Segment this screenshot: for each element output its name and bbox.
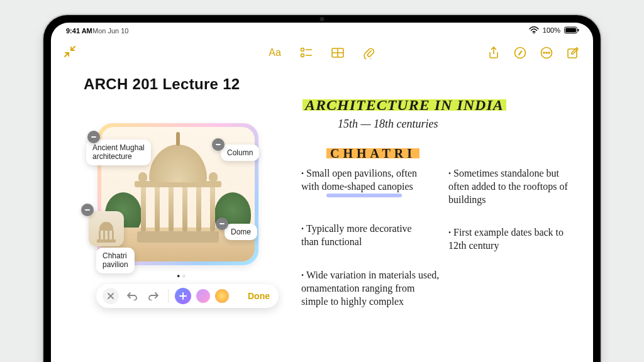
svg-point-0: [533, 33, 535, 34]
toolbar: Aa: [51, 40, 593, 65]
handwriting-bullet: Wide variation in materials used, orname…: [301, 269, 440, 308]
status-date: Mon Jun 10: [92, 27, 128, 35]
markup-icon[interactable]: [514, 47, 526, 59]
battery-percent: 100%: [543, 26, 560, 34]
close-button[interactable]: [103, 288, 119, 304]
handwriting-bullet: Sometimes standalone but often added to …: [448, 167, 580, 206]
page-dots[interactable]: ●○: [177, 273, 187, 279]
compose-icon[interactable]: [567, 47, 579, 59]
svg-point-6: [301, 54, 304, 57]
underline-highlight: [326, 194, 402, 197]
checklist-icon[interactable]: [300, 47, 313, 59]
image-tag-top-right[interactable]: Column: [221, 145, 259, 161]
note-title[interactable]: ARCH 201 Lecture 12: [84, 75, 240, 93]
image-tag-top-left[interactable]: Ancient Mughal architecture: [86, 140, 151, 165]
done-button[interactable]: Done: [248, 291, 272, 301]
style-swatch-2[interactable]: [215, 289, 229, 303]
add-button[interactable]: [175, 288, 191, 304]
svg-point-4: [301, 48, 304, 52]
image-edit-toolbar: Done: [96, 284, 279, 308]
svg-point-15: [548, 52, 550, 53]
handwriting-bullet: Small open pavilions, often with dome-sh…: [301, 167, 427, 194]
handwriting-heading: ARCHITECTURE IN INDIA: [303, 96, 506, 114]
share-icon[interactable]: [487, 47, 500, 59]
svg-rect-2: [565, 28, 576, 33]
handwriting-subheading: 15th — 18th centuries: [338, 117, 438, 131]
battery-icon: [564, 26, 579, 34]
status-time: 9:41 AM: [66, 27, 92, 35]
redo-button[interactable]: [145, 288, 162, 304]
table-icon[interactable]: [331, 47, 344, 59]
attachment-icon[interactable]: [363, 47, 375, 59]
remove-tag-button[interactable]: [81, 204, 94, 216]
screen: 9:41 AM Mon Jun 10 100% Aa: [51, 23, 593, 362]
undo-button[interactable]: [124, 288, 140, 304]
handwriting-section: CHHATRI: [326, 146, 419, 162]
handwriting-bullet: First example dates back to 12th century: [448, 226, 574, 253]
handwriting-bullet: Typically more decorative than functiona…: [301, 222, 427, 249]
remove-tag-button[interactable]: [87, 131, 100, 143]
ipad-frame: 9:41 AM Mon Jun 10 100% Aa: [43, 15, 601, 362]
svg-point-14: [546, 52, 547, 53]
image-tag-bottom-left[interactable]: Chhatri pavilion: [96, 248, 135, 273]
more-icon[interactable]: [540, 47, 553, 59]
remove-tag-button[interactable]: [212, 138, 225, 151]
text-style-button[interactable]: Aa: [269, 47, 281, 59]
style-swatch-1[interactable]: [196, 289, 210, 303]
collapse-icon[interactable]: [64, 45, 76, 58]
thumbnail-image[interactable]: [89, 211, 124, 246]
status-bar: 9:41 AM Mon Jun 10 100%: [51, 23, 593, 39]
svg-rect-16: [568, 49, 577, 58]
svg-rect-3: [578, 29, 579, 31]
svg-point-13: [543, 52, 545, 53]
remove-tag-button[interactable]: [216, 217, 228, 230]
divider: [168, 289, 169, 303]
wifi-icon: [529, 26, 539, 34]
image-tag-bottom-right[interactable]: Dome: [225, 224, 257, 240]
device-notch: [294, 15, 350, 23]
